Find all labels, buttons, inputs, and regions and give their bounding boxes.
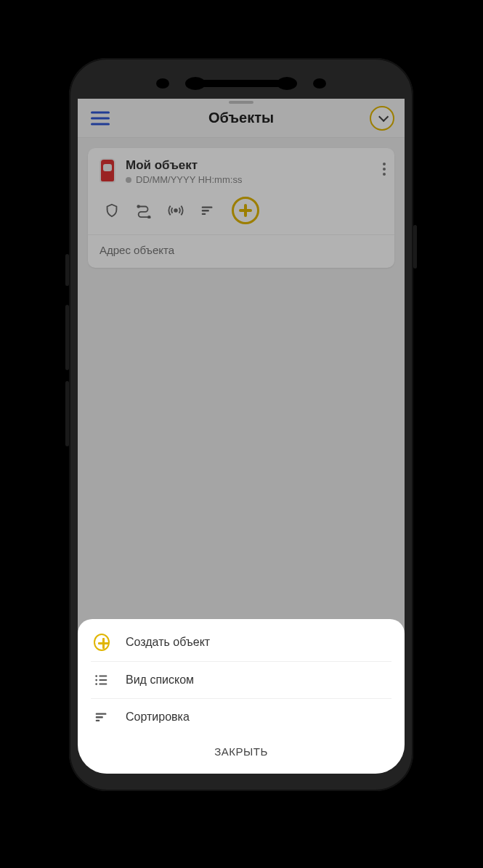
svg-rect-7 xyxy=(99,676,107,677)
phone-sensor xyxy=(313,78,326,89)
svg-rect-12 xyxy=(96,713,107,715)
sheet-item-sort[interactable]: Сортировка xyxy=(78,699,405,735)
phone-sensor xyxy=(156,78,169,89)
phone-side-button xyxy=(413,225,417,269)
svg-point-8 xyxy=(95,679,97,681)
phone-frame: Объекты Мой объект DD/MM/YYYY HH:mm:ss xyxy=(69,58,413,791)
phone-side-button xyxy=(65,254,69,286)
sheet-item-label: Сортировка xyxy=(126,711,190,724)
sheet-close-button[interactable]: ЗАКРЫТЬ xyxy=(78,735,405,771)
phone-speaker xyxy=(201,80,281,87)
sheet-item-label: Вид списком xyxy=(126,673,194,687)
sort-icon xyxy=(94,709,110,725)
svg-rect-9 xyxy=(99,679,107,681)
svg-point-10 xyxy=(95,683,97,685)
sheet-item-list-view[interactable]: Вид списком xyxy=(78,662,405,698)
phone-screen-wrap: Объекты Мой объект DD/MM/YYYY HH:mm:ss xyxy=(78,99,405,774)
svg-rect-14 xyxy=(96,720,100,721)
sheet-item-label: Создать объект xyxy=(126,636,210,649)
bottom-sheet: Создать объект Вид списком Сортировка xyxy=(78,619,405,774)
phone-sensor xyxy=(185,77,206,90)
phone-side-button xyxy=(65,305,69,370)
svg-rect-13 xyxy=(96,716,103,718)
sheet-item-create[interactable]: Создать объект xyxy=(78,623,405,661)
phone-sensor xyxy=(277,77,297,90)
svg-rect-11 xyxy=(99,684,107,685)
stage: Объекты Мой объект DD/MM/YYYY HH:mm:ss xyxy=(0,0,483,868)
plus-circle-icon xyxy=(94,634,110,651)
svg-point-6 xyxy=(95,675,97,677)
phone-side-button xyxy=(65,381,69,446)
list-icon xyxy=(94,672,110,688)
